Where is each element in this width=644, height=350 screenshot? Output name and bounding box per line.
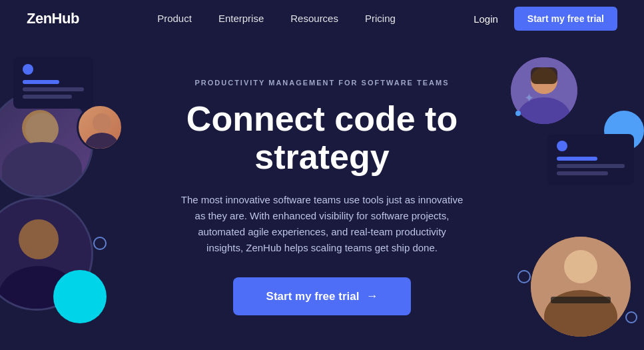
star-decoration: ✦	[524, 91, 534, 105]
hero-description: The most innovative software teams use t…	[179, 192, 466, 256]
right-widget-line-2	[557, 171, 608, 175]
svg-rect-12	[531, 237, 631, 337]
right-decorations: ✦	[511, 37, 644, 350]
hero-title: Connect code to strategy	[162, 100, 482, 176]
nav-link-enterprise[interactable]: Enterprise	[218, 13, 264, 24]
login-link[interactable]: Login	[474, 13, 498, 25]
svg-point-14	[544, 290, 617, 337]
right-person-svg	[531, 237, 631, 337]
svg-rect-2	[8, 157, 72, 166]
nav-start-trial-button[interactable]: Start my free trial	[514, 7, 617, 31]
outline-circle-right	[625, 311, 637, 323]
small-dot-right	[515, 111, 521, 116]
nav-item-resources[interactable]: Resources	[290, 13, 338, 25]
widget-line-accent	[23, 80, 59, 84]
svg-point-0	[22, 110, 58, 146]
navbar: ZenHub Product Enterprise Resources Pric…	[0, 0, 644, 37]
nav-link-product[interactable]: Product	[157, 13, 192, 24]
hero-start-trial-button[interactable]: Start my free trial →	[233, 277, 412, 315]
widget-line-1	[23, 87, 84, 91]
right-widget-dot	[557, 141, 567, 151]
widget-dot	[23, 64, 33, 75]
nav-link-pricing[interactable]: Pricing	[365, 13, 396, 24]
left-person-large	[0, 91, 93, 197]
hero-cta-arrow: →	[366, 289, 378, 303]
right-widget-line-accent	[557, 157, 597, 161]
right-blue-circle	[604, 111, 644, 151]
hero-section: PRODUCTIVITY MANAGEMENT FOR SOFTWARE TEA…	[0, 37, 644, 350]
small-ring-left	[93, 237, 107, 250]
svg-point-1	[5, 147, 75, 197]
right-widget-line-1	[557, 164, 625, 168]
svg-rect-11	[531, 67, 557, 84]
left-avatar-svg	[79, 106, 123, 151]
svg-rect-5	[0, 199, 93, 311]
svg-point-7	[0, 266, 79, 311]
svg-point-4	[85, 133, 119, 151]
nav-link-resources[interactable]: Resources	[290, 13, 338, 24]
left-person-lower	[0, 197, 93, 311]
right-avatar-svg	[511, 57, 577, 124]
svg-rect-15	[551, 297, 611, 303]
svg-point-3	[93, 113, 111, 132]
left-person-svg	[0, 91, 91, 197]
right-avatar-circle	[511, 57, 577, 124]
nav-item-pricing[interactable]: Pricing	[365, 13, 396, 25]
nav-actions: Login Start my free trial	[474, 7, 617, 31]
small-ring-right	[517, 270, 531, 283]
svg-point-6	[19, 219, 59, 259]
left-lower-svg	[0, 199, 93, 311]
svg-point-13	[564, 250, 597, 283]
nav-links: Product Enterprise Resources Pricing	[157, 13, 396, 25]
left-dashboard-widget	[13, 57, 93, 109]
svg-point-9	[531, 67, 557, 94]
hero-cta-label: Start my free trial	[266, 290, 360, 303]
nav-item-product[interactable]: Product	[157, 13, 192, 25]
widget-line-2	[23, 95, 72, 99]
logo[interactable]: ZenHub	[27, 10, 79, 27]
svg-rect-8	[511, 57, 577, 124]
hero-eyebrow: PRODUCTIVITY MANAGEMENT FOR SOFTWARE TEA…	[194, 79, 449, 87]
right-dashboard-widget	[547, 134, 634, 185]
svg-point-10	[517, 97, 571, 124]
right-person-circle	[531, 237, 631, 337]
left-avatar-small	[77, 104, 123, 151]
nav-item-enterprise[interactable]: Enterprise	[218, 13, 264, 25]
cyan-circle	[53, 270, 107, 323]
left-decorations	[0, 37, 133, 350]
